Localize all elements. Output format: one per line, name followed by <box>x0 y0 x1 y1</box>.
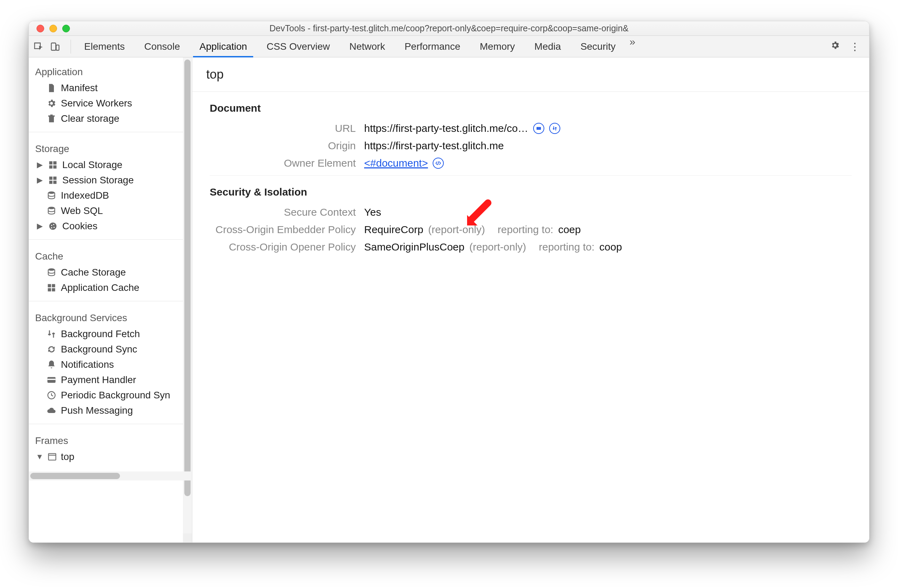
sidebar-item-cookies[interactable]: ▶ Cookies <box>29 219 192 234</box>
coop-mode: (report-only) <box>469 241 526 253</box>
reveal-in-elements-icon[interactable] <box>433 158 444 169</box>
tab-security[interactable]: Security <box>571 36 625 57</box>
grid-icon <box>48 175 58 185</box>
sidebar-item-label: Background Sync <box>61 344 137 355</box>
panel-body: Application Manifest Service Workers Cle… <box>29 57 869 542</box>
sidebar-item-session-storage[interactable]: ▶ Session Storage <box>29 172 192 188</box>
row-value-origin: https://first-party-test.glitch.me <box>364 140 504 152</box>
tab-css-overview[interactable]: CSS Overview <box>257 36 340 57</box>
row-value-url: https://first-party-test.glitch.me/co… <box>364 123 528 134</box>
sidebar-scrollbar[interactable] <box>183 57 192 542</box>
sidebar-item-label: Background Fetch <box>61 328 140 340</box>
svg-point-5 <box>51 225 52 226</box>
svg-point-8 <box>51 227 52 229</box>
tabbar-divider <box>71 40 71 54</box>
sidebar-item-notifications[interactable]: Notifications <box>29 357 192 372</box>
sidebar-h-scroll-thumb[interactable] <box>30 473 120 479</box>
file-icon <box>46 83 57 93</box>
sidebar-item-manifest[interactable]: Manifest <box>29 80 192 96</box>
reveal-in-sources-icon[interactable] <box>533 123 544 134</box>
sidebar-item-frame-top[interactable]: ▼ top <box>29 449 192 465</box>
minimize-window-button[interactable] <box>49 25 57 32</box>
more-tabs-button[interactable]: » <box>629 36 635 57</box>
owner-element-link[interactable]: <#document> <box>364 157 428 169</box>
sidebar-item-push-messaging[interactable]: Push Messaging <box>29 403 192 418</box>
sidebar-item-payment-handler[interactable]: Payment Handler <box>29 372 192 388</box>
tab-performance[interactable]: Performance <box>395 36 470 57</box>
sidebar-item-label: Session Storage <box>62 175 134 186</box>
grid-icon <box>48 160 58 170</box>
kebab-menu-button[interactable]: ⋮ <box>845 40 865 52</box>
close-window-button[interactable] <box>37 25 44 32</box>
row-label-coep: Cross-Origin Embedder Policy <box>210 224 356 236</box>
sidebar-scroll-thumb[interactable] <box>185 60 191 496</box>
expand-caret-icon[interactable]: ▶ <box>36 176 43 185</box>
collapse-caret-icon[interactable]: ▼ <box>36 452 43 461</box>
svg-point-9 <box>48 268 55 271</box>
tab-elements[interactable]: Elements <box>74 36 135 57</box>
tab-console[interactable]: Console <box>135 36 190 57</box>
row-value-coop: SameOriginPlusCoep <box>364 241 464 253</box>
sidebar-section-cache: Cache <box>29 245 192 265</box>
sidebar-item-background-sync[interactable]: Background Sync <box>29 342 192 357</box>
coop-reporting-value: coop <box>599 241 622 253</box>
section-heading-document: Document <box>210 102 852 114</box>
row-value-secure-context: Yes <box>364 206 381 218</box>
panel-tabs: Elements Console Application CSS Overvie… <box>74 36 635 57</box>
sidebar-item-periodic-sync[interactable]: Periodic Background Syn <box>29 388 192 403</box>
sidebar-item-label: Push Messaging <box>61 405 133 416</box>
bell-icon <box>46 359 57 370</box>
cookie-icon <box>48 221 58 231</box>
svg-point-2 <box>48 191 55 194</box>
sidebar-section-frames: Frames <box>29 430 192 449</box>
frame-title: top <box>192 57 869 92</box>
window-title: DevTools - first-party-test.glitch.me/co… <box>29 23 869 34</box>
sidebar-item-clear-storage[interactable]: Clear storage <box>29 111 192 126</box>
sidebar-item-application-cache[interactable]: Application Cache <box>29 280 192 296</box>
svg-rect-15 <box>537 129 541 129</box>
expand-caret-icon[interactable]: ▶ <box>36 222 43 231</box>
gear-icon <box>46 98 57 109</box>
tab-media[interactable]: Media <box>525 36 571 57</box>
card-icon <box>46 375 57 385</box>
cloud-icon <box>46 405 57 416</box>
svg-point-6 <box>53 224 55 225</box>
sidebar-item-label: Payment Handler <box>61 374 136 385</box>
sidebar-item-service-workers[interactable]: Service Workers <box>29 96 192 111</box>
row-label-coop: Cross-Origin Opener Policy <box>210 241 356 253</box>
tab-memory[interactable]: Memory <box>470 36 524 57</box>
maximize-window-button[interactable] <box>62 25 70 32</box>
database-icon <box>46 206 57 216</box>
row-label-owner-element: Owner Element <box>210 157 356 169</box>
sidebar-item-websql[interactable]: Web SQL <box>29 203 192 219</box>
expand-caret-icon[interactable]: ▶ <box>36 160 43 169</box>
sidebar-item-cache-storage[interactable]: Cache Storage <box>29 265 192 280</box>
titlebar: DevTools - first-party-test.glitch.me/co… <box>29 21 869 36</box>
tab-application[interactable]: Application <box>189 36 257 57</box>
tab-network[interactable]: Network <box>340 36 395 57</box>
database-icon <box>46 267 57 278</box>
section-heading-security: Security & Isolation <box>210 186 852 198</box>
database-icon <box>46 190 57 201</box>
inspect-element-icon[interactable] <box>33 42 43 52</box>
clock-icon <box>46 390 57 400</box>
row-label-secure-context: Secure Context <box>210 206 356 218</box>
sidebar-h-scrollbar[interactable] <box>29 471 192 480</box>
traffic-lights <box>37 25 70 32</box>
svg-rect-1 <box>56 45 59 50</box>
grid-icon <box>46 283 57 293</box>
window-icon <box>47 452 57 462</box>
sidebar-item-indexeddb[interactable]: IndexedDB <box>29 188 192 203</box>
updown-icon <box>46 329 57 339</box>
trash-icon <box>46 114 57 124</box>
sidebar-item-background-fetch[interactable]: Background Fetch <box>29 326 192 342</box>
sidebar-item-label: Cookies <box>62 220 97 232</box>
row-value-coep: RequireCorp <box>364 224 423 236</box>
coep-mode: (report-only) <box>428 224 485 236</box>
settings-button[interactable] <box>825 40 845 52</box>
toggle-device-icon[interactable] <box>50 42 60 52</box>
frame-details-panel: top Document URL https://first-party-tes… <box>192 57 869 542</box>
reveal-in-network-icon[interactable] <box>549 123 560 134</box>
svg-rect-13 <box>49 454 56 460</box>
sidebar-item-local-storage[interactable]: ▶ Local Storage <box>29 157 192 172</box>
